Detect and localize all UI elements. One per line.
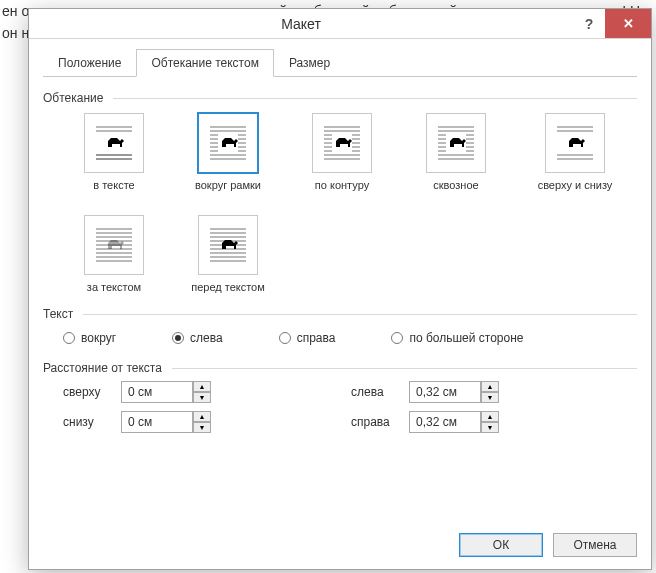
- group-text-header: Текст: [43, 307, 637, 321]
- wrap-option-tight[interactable]: по контуру: [297, 113, 387, 191]
- distance-left-label: слева: [351, 385, 403, 399]
- radio-label: слева: [190, 331, 223, 345]
- wrap-option-square[interactable]: вокруг рамки: [183, 113, 273, 191]
- wrapping-options-grid: в текстевокруг рамкипо контурусквозноесв…: [43, 105, 637, 293]
- radio-icon: [279, 332, 291, 344]
- wrap-inline-icon: [84, 113, 144, 173]
- dialog-title: Макет: [29, 9, 573, 38]
- close-button[interactable]: ✕: [605, 9, 651, 38]
- wrap-option-through[interactable]: сквозное: [411, 113, 501, 191]
- radio-icon: [391, 332, 403, 344]
- help-button[interactable]: ?: [573, 9, 605, 38]
- wrap-option-label: сквозное: [411, 179, 501, 191]
- text-side-radios: вокругслевасправапо большей стороне: [43, 321, 637, 347]
- ok-button[interactable]: ОК: [459, 533, 543, 557]
- radio-label: справа: [297, 331, 336, 345]
- dialog-footer: ОК Отмена: [459, 533, 637, 557]
- radio-icon: [63, 332, 75, 344]
- distance-right-input[interactable]: [409, 411, 481, 433]
- titlebar: Макет ? ✕: [29, 9, 651, 39]
- wrap-option-label: вокруг рамки: [183, 179, 273, 191]
- radio-icon: [172, 332, 184, 344]
- wrap-option-inline[interactable]: в тексте: [69, 113, 159, 191]
- wrap-option-label: за текстом: [69, 281, 159, 293]
- radio-label: по большей стороне: [409, 331, 523, 345]
- wrap-front-icon: [198, 215, 258, 275]
- distance-left-down[interactable]: ▼: [481, 392, 499, 403]
- wrap-square-icon: [198, 113, 258, 173]
- distance-top-down[interactable]: ▼: [193, 392, 211, 403]
- wrap-option-topbottom[interactable]: сверху и снизу: [525, 113, 625, 191]
- distance-top-label: сверху: [63, 385, 115, 399]
- text-side-right[interactable]: справа: [279, 331, 336, 345]
- tab-strip: ПоложениеОбтекание текстомРазмер: [43, 49, 637, 77]
- group-wrapping-header: Обтекание: [43, 91, 637, 105]
- distance-bottom-input[interactable]: [121, 411, 193, 433]
- wrap-option-front[interactable]: перед текстом: [183, 215, 273, 293]
- tab-size[interactable]: Размер: [274, 49, 345, 77]
- wrap-option-label: сверху и снизу: [525, 179, 625, 191]
- wrap-option-label: по контуру: [297, 179, 387, 191]
- distance-grid: сверху ▲▼ снизу ▲▼ слева ▲▼ справа ▲▼: [43, 375, 637, 433]
- wrap-option-label: перед текстом: [183, 281, 273, 293]
- text-side-largest[interactable]: по большей стороне: [391, 331, 523, 345]
- distance-bottom-label: снизу: [63, 415, 115, 429]
- distance-left-input[interactable]: [409, 381, 481, 403]
- tab-wrapping[interactable]: Обтекание текстом: [136, 49, 273, 77]
- cancel-button[interactable]: Отмена: [553, 533, 637, 557]
- text-side-left[interactable]: слева: [172, 331, 223, 345]
- tab-position[interactable]: Положение: [43, 49, 136, 77]
- distance-right-down[interactable]: ▼: [481, 422, 499, 433]
- wrap-option-label: в тексте: [69, 179, 159, 191]
- group-distance-header: Расстояние от текста: [43, 361, 637, 375]
- wrap-topbottom-icon: [545, 113, 605, 173]
- layout-dialog: Макет ? ✕ ПоложениеОбтекание текстомРазм…: [28, 8, 652, 570]
- distance-top-up[interactable]: ▲: [193, 381, 211, 392]
- distance-right-label: справа: [351, 415, 403, 429]
- distance-bottom-up[interactable]: ▲: [193, 411, 211, 422]
- distance-bottom-down[interactable]: ▼: [193, 422, 211, 433]
- text-side-both[interactable]: вокруг: [63, 331, 116, 345]
- distance-left-up[interactable]: ▲: [481, 381, 499, 392]
- distance-right-up[interactable]: ▲: [481, 411, 499, 422]
- radio-label: вокруг: [81, 331, 116, 345]
- wrap-through-icon: [426, 113, 486, 173]
- wrap-option-behind[interactable]: за текстом: [69, 215, 159, 293]
- distance-top-input[interactable]: [121, 381, 193, 403]
- wrap-tight-icon: [312, 113, 372, 173]
- wrap-behind-icon: [84, 215, 144, 275]
